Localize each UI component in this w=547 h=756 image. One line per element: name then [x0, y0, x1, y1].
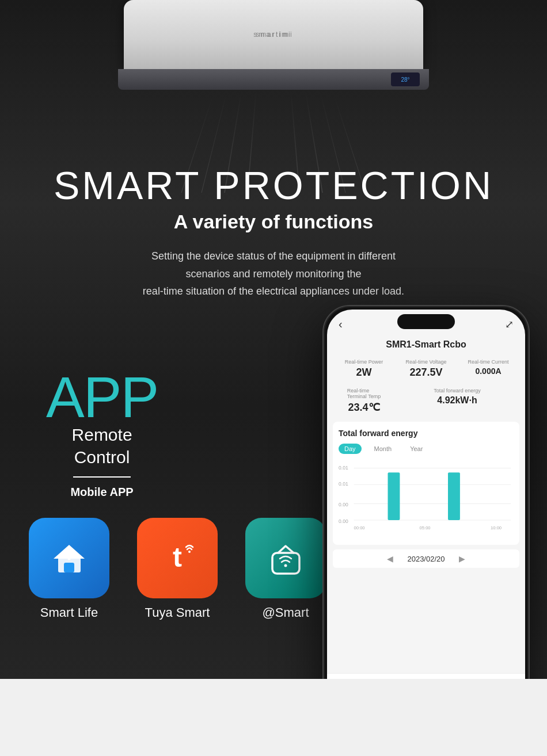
phone-bottom-nav: ⌂ Home ⏱ Time ⚙ Setting ⚡ Power ☰ Hist: [327, 673, 525, 679]
phone-stat-voltage: Real-time Voltage 227.5V: [395, 356, 457, 382]
ac-bottom-bar: 28°: [118, 69, 429, 90]
bottom-section: [0, 679, 547, 756]
phone-stat-power-label: Real-time Power: [345, 359, 383, 365]
phone-stat-energy-label: Total forward energy: [434, 388, 481, 394]
svg-text:0.01: 0.01: [339, 481, 348, 487]
svg-text:t: t: [173, 542, 182, 572]
phone-chart-tabs: Day Month Year: [339, 444, 514, 454]
ac-brand: smartimi: [253, 30, 293, 39]
phone-date-next[interactable]: ▶: [459, 554, 465, 563]
app-icon-smart-life: Smart Life: [29, 518, 109, 620]
at-smart-label: @Smart: [262, 605, 309, 620]
svg-marker-11: [54, 545, 85, 559]
svg-text:0.00: 0.00: [339, 502, 348, 507]
phone-stats-grid: Real-time Power 2W Real-time Voltage 227…: [327, 356, 525, 382]
remote-label: RemoteControl: [46, 423, 158, 468]
phone-chart-title: Total forward energy: [339, 429, 514, 438]
at-smart-icon-box[interactable]: [245, 518, 326, 598]
chart-tab-year[interactable]: Year: [404, 444, 428, 454]
svg-text:10:00: 10:00: [491, 525, 502, 530]
smart-life-icon-box[interactable]: [29, 518, 109, 598]
phone-device-title: SMR1-Smart Rcbo: [327, 335, 525, 356]
phone-date-value: 2023/02/20: [407, 555, 445, 563]
phone-expand-button[interactable]: ⤢: [505, 318, 514, 331]
mobile-app-label: Mobile APP: [46, 486, 158, 499]
divider: [73, 476, 131, 478]
phone-stat-energy: Total forward energy 4.92kW·h: [395, 384, 519, 417]
phone-stat-temp: Real-timeTerminal Temp 23.4℃: [333, 384, 395, 417]
phone-date-nav: ◀ 2023/02/20 ▶: [333, 549, 519, 568]
svg-rect-26: [388, 472, 400, 520]
phone-chart-area: Total forward energy Day Month Year 0.01…: [333, 422, 519, 545]
tuya-label: Tuya Smart: [145, 605, 210, 620]
ac-display: 28°: [391, 72, 420, 86]
phone-stat-energy-value: 4.92kW·h: [437, 395, 477, 406]
app-icon-tuya: t Tuya Smart: [137, 518, 218, 620]
app-remote-section: APP RemoteControl Mobile APP: [46, 368, 158, 499]
svg-point-17: [284, 564, 287, 567]
app-label: APP: [46, 368, 158, 426]
chart-tab-day[interactable]: Day: [339, 444, 362, 454]
phone-notch: [397, 314, 455, 329]
app-icons-row: Smart Life t Tuya Smart: [29, 518, 326, 620]
svg-rect-27: [448, 472, 460, 520]
svg-point-13: [67, 557, 70, 560]
subheadline: A variety of functions: [0, 211, 547, 233]
phone-stat-voltage-value: 227.5V: [409, 366, 442, 379]
tuya-icon-box[interactable]: t: [137, 518, 218, 598]
phone-back-button[interactable]: ‹: [339, 318, 343, 331]
main-title-block: SMART PROTECTION A variety of functions: [0, 164, 547, 233]
svg-point-15: [188, 551, 191, 553]
ac-body: smartimi: [124, 0, 423, 69]
phone-stat-temp-value: 23.4℃: [348, 401, 379, 414]
smart-life-label: Smart Life: [40, 605, 98, 620]
phone-screen: ‹ ⤢ SMR1-Smart Rcbo Real-time Power 2W R…: [327, 310, 525, 679]
svg-text:0.00: 0.00: [339, 518, 348, 524]
phone-stat-current: Real-time Current 0.000A: [457, 356, 519, 382]
phone-stat-current-value: 0.000A: [475, 366, 501, 376]
hero-section: smartimi 28° SMART PROTECTIO: [0, 0, 547, 679]
phone-content: SMR1-Smart Rcbo Real-time Power 2W Real-…: [327, 335, 525, 673]
svg-text:00:00: 00:00: [354, 525, 365, 530]
svg-text:0.01: 0.01: [339, 465, 348, 471]
phone-stat-power-value: 2W: [356, 366, 372, 379]
phone-stat-voltage-label: Real-time Voltage: [405, 359, 446, 365]
headline: SMART PROTECTION: [0, 164, 547, 207]
app-icon-at-smart: @Smart: [245, 518, 326, 620]
phone-stat-temp-label: Real-timeTerminal Temp: [347, 388, 381, 399]
description-text: Setting the device status of the equipme…: [0, 247, 547, 300]
phone-date-prev[interactable]: ◀: [387, 554, 393, 563]
phone-stat-current-label: Real-time Current: [468, 359, 508, 365]
svg-rect-12: [64, 563, 74, 572]
chart-tab-month[interactable]: Month: [369, 444, 398, 454]
svg-text:05:00: 05:00: [420, 525, 431, 530]
phone-stat-power: Real-time Power 2W: [333, 356, 395, 382]
phone-stats-grid2: Real-timeTerminal Temp 23.4℃ Total forwa…: [327, 384, 525, 417]
phone-chart-svg: 0.01 0.01 0.00 0.00 00:00: [339, 461, 514, 536]
phone-mockup: ‹ ⤢ SMR1-Smart Rcbo Real-time Power 2W R…: [322, 305, 530, 679]
